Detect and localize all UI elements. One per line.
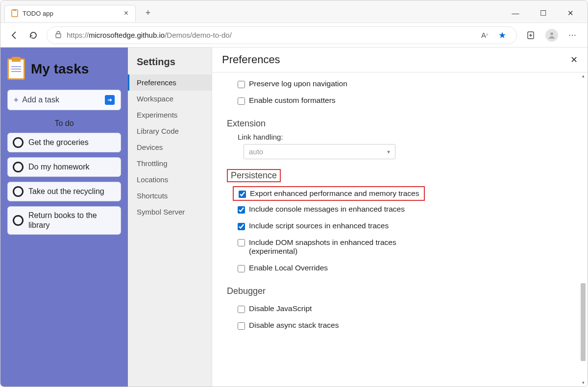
section-debugger: Debugger	[227, 286, 573, 296]
preferences-panel: Preferences ✕ Preserve log upon navigati…	[212, 48, 588, 387]
scroll-track[interactable]	[580, 79, 587, 379]
check-include-console[interactable]: Include console messages in enhanced tra…	[227, 201, 573, 218]
settings-heading: Settings	[128, 56, 212, 68]
close-tab-icon[interactable]: ×	[123, 9, 129, 18]
task-item[interactable]: Take out the recycling	[7, 182, 121, 201]
collections-icon[interactable]	[525, 29, 538, 42]
task-circle-icon[interactable]	[13, 162, 24, 172]
task-circle-icon[interactable]	[13, 137, 24, 148]
back-button[interactable]	[9, 30, 20, 41]
section-persistence: Persistence	[227, 169, 281, 182]
sidebar-item-throttling[interactable]: Throttling	[128, 155, 212, 171]
task-circle-icon[interactable]	[13, 186, 24, 197]
close-window-button[interactable]: ✕	[563, 9, 578, 18]
plus-icon: +	[14, 96, 18, 104]
check-preserve-log[interactable]: Preserve log upon navigation	[227, 75, 573, 92]
app-title: My tasks	[31, 61, 89, 77]
tab-title: TODO app	[23, 10, 119, 17]
lock-icon	[55, 30, 62, 40]
sidebar-item-devices[interactable]: Devices	[128, 139, 212, 155]
new-tab-button[interactable]: +	[141, 6, 155, 21]
svg-point-4	[550, 32, 553, 35]
preferences-title: Preferences	[222, 53, 280, 66]
tab-favicon-icon	[11, 9, 19, 17]
add-task-label: Add a task	[22, 96, 59, 104]
favorite-star-icon[interactable]: ★	[496, 29, 509, 42]
check-custom-formatters[interactable]: Enable custom formatters	[227, 92, 573, 109]
check-include-scripts[interactable]: Include script sources in enhanced trace…	[227, 218, 573, 234]
svg-rect-2	[56, 34, 61, 38]
link-handling-label: Link handling:	[238, 133, 573, 141]
window-controls: — ☐ ✕	[508, 9, 584, 18]
task-item[interactable]: Return books to the library	[7, 206, 121, 235]
profile-avatar[interactable]	[545, 29, 558, 42]
task-circle-icon[interactable]	[13, 215, 24, 226]
clipboard-icon	[7, 58, 25, 80]
sidebar-item-experiments[interactable]: Experiments	[128, 107, 212, 123]
refresh-button[interactable]	[28, 30, 39, 41]
todo-app-pane: My tasks + Add a task ➜ To do Get the gr…	[0, 48, 128, 387]
task-item[interactable]: Get the groceries	[7, 133, 121, 152]
check-disable-async-stack[interactable]: Disable async stack traces	[227, 317, 573, 334]
svg-rect-1	[13, 9, 16, 11]
close-panel-button[interactable]: ✕	[570, 54, 578, 65]
check-disable-js[interactable]: Disable JavaScript	[227, 300, 573, 317]
link-handling-select[interactable]: auto ▾	[244, 144, 395, 159]
todo-heading: To do	[7, 119, 121, 128]
add-task-input[interactable]: + Add a task ➜	[7, 90, 121, 110]
browser-tab-bar: TODO app × + — ☐ ✕	[0, 0, 588, 23]
task-item[interactable]: Do my homework	[7, 157, 121, 177]
sidebar-item-shortcuts[interactable]: Shortcuts	[128, 188, 212, 204]
check-export-enhanced-traces[interactable]: Export enhanced performance and memory t…	[233, 186, 425, 201]
browser-tab[interactable]: TODO app ×	[4, 5, 136, 22]
section-extension: Extension	[227, 119, 573, 129]
sidebar-item-preferences[interactable]: Preferences	[128, 74, 212, 91]
page-content: My tasks + Add a task ➜ To do Get the gr…	[0, 48, 588, 387]
read-aloud-icon[interactable]: A⁾⁾	[478, 29, 491, 42]
maximize-button[interactable]: ☐	[536, 9, 550, 18]
settings-sidebar: Settings Preferences Workspace Experimen…	[128, 48, 212, 387]
check-local-overrides[interactable]: Enable Local Overrides	[227, 260, 573, 276]
check-include-dom-snapshots[interactable]: Include DOM snapshots in enhanced traces…	[227, 234, 573, 260]
address-bar[interactable]: https://microsoftedge.github.io/Demos/de…	[47, 26, 517, 44]
submit-arrow-icon[interactable]: ➜	[105, 95, 115, 105]
sidebar-item-symbol-server[interactable]: Symbol Server	[128, 204, 212, 220]
more-menu-icon[interactable]: ⋯	[566, 29, 579, 42]
minimize-button[interactable]: —	[508, 9, 523, 18]
chevron-down-icon: ▾	[387, 148, 390, 155]
sidebar-item-workspace[interactable]: Workspace	[128, 91, 212, 107]
sidebar-item-locations[interactable]: Locations	[128, 171, 212, 188]
scroll-thumb[interactable]	[581, 283, 586, 361]
svg-rect-0	[12, 10, 18, 17]
scroll-up-icon[interactable]: ▴	[580, 73, 587, 79]
sidebar-item-library-code[interactable]: Library Code	[128, 123, 212, 139]
browser-toolbar: https://microsoftedge.github.io/Demos/de…	[0, 23, 588, 48]
url-text: https://microsoftedge.github.io/Demos/de…	[67, 31, 232, 39]
scrollbar[interactable]: ▴ ▾	[580, 73, 587, 386]
scroll-down-icon[interactable]: ▾	[580, 379, 587, 386]
